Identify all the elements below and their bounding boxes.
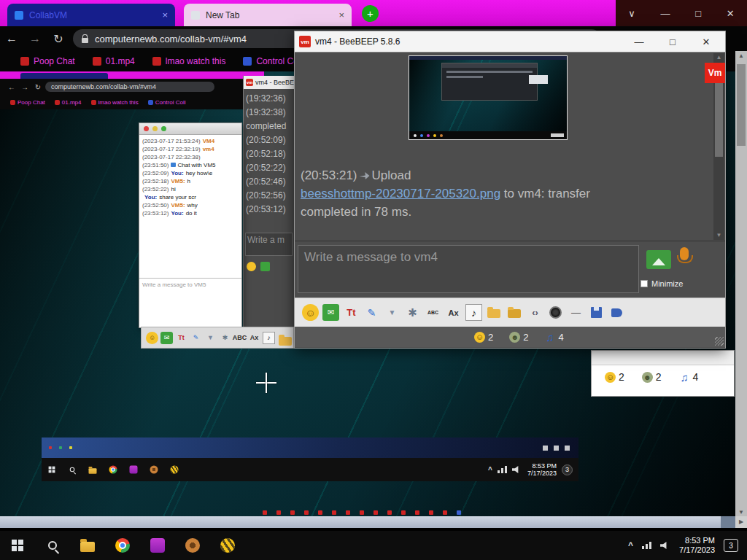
volume-icon[interactable]: [660, 541, 670, 550]
forward-icon[interactable]: →: [23, 32, 47, 45]
close-icon[interactable]: [144, 126, 149, 131]
message-input[interactable]: Write a message to VM5: [139, 278, 241, 306]
spellcheck-icon[interactable]: ABC: [425, 304, 441, 321]
folder-send-icon[interactable]: [506, 304, 523, 321]
tab-new-tab[interactable]: New Tab ×: [184, 4, 352, 26]
window-title-bar[interactable]: vm vm4 - BeeBEEP 5.8.6 — □ ✕: [295, 31, 725, 52]
scroll-down-icon[interactable]: ▼: [713, 231, 724, 240]
file-explorer-button[interactable]: [70, 531, 105, 560]
beebeep-window[interactable]: vm vm4 - BeeBEEP 5.8.6 — □ ✕: [294, 31, 726, 349]
minimize-button[interactable]: —: [624, 36, 654, 47]
minimize-checkbox[interactable]: [640, 280, 648, 287]
tab-collabvm[interactable]: CollabVM ×: [7, 4, 175, 26]
file-explorer-button[interactable]: [82, 458, 103, 481]
online-users-count[interactable]: 2: [474, 332, 493, 343]
app-button[interactable]: [140, 531, 175, 560]
beebeep-counters-window[interactable]: 2 2 4: [591, 350, 735, 397]
resize-grip[interactable]: [715, 337, 724, 346]
sound-icon[interactable]: ♪: [263, 332, 275, 344]
scrollbar-thumb[interactable]: [737, 64, 746, 146]
window-title-bar[interactable]: vm vm4 - BeeBEE: [244, 76, 294, 89]
tray-expand-icon[interactable]: ^: [488, 466, 492, 474]
beebeep-button[interactable]: [210, 531, 245, 560]
folder-add-icon[interactable]: [277, 332, 290, 344]
bookmark[interactable]: Poop Chat: [20, 56, 75, 66]
plugin-icon[interactable]: [608, 304, 625, 321]
start-button[interactable]: [0, 531, 35, 560]
network-icon[interactable]: [642, 542, 651, 549]
vm5-chat-window[interactable]: (2023-07-17 21:53:24)VM4 (2023-07-17 22:…: [139, 122, 242, 328]
sound-icon[interactable]: ♪: [465, 304, 482, 321]
close-button[interactable]: ✕: [727, 8, 735, 19]
start-button[interactable]: [42, 458, 62, 481]
maximize-icon[interactable]: [161, 126, 166, 131]
file-link[interactable]: beesshottmp-20230717-205320.png: [301, 187, 500, 201]
close-button[interactable]: ✕: [692, 36, 721, 47]
cookie-app-button[interactable]: [175, 531, 210, 560]
beebeep-window-background[interactable]: vm vm4 - BeeBEE (19:32:36)(19:32:38)comp…: [243, 76, 294, 349]
font-color-icon[interactable]: ✎: [363, 304, 380, 321]
bookmark[interactable]: lmao watch this: [152, 56, 226, 66]
send-file-icon[interactable]: [260, 262, 270, 271]
window-title-bar[interactable]: [139, 123, 241, 135]
tab-close-icon[interactable]: ×: [338, 9, 344, 20]
tray-expand-icon[interactable]: ^: [628, 540, 633, 551]
emoticon-icon[interactable]: ☺: [146, 332, 158, 344]
voice-message-button[interactable]: [680, 247, 689, 260]
save-chat-icon[interactable]: [588, 304, 605, 321]
page-vertical-scrollbar[interactable]: ▲ ▼: [735, 51, 747, 518]
send-file-icon[interactable]: ✉: [160, 332, 173, 344]
code-icon[interactable]: ‹›: [527, 304, 543, 321]
maximize-button[interactable]: □: [695, 8, 701, 19]
browser-menu-icon[interactable]: ∨: [628, 8, 635, 19]
notification-badge[interactable]: 3: [724, 539, 738, 552]
bookmark[interactable]: 01.mp4: [93, 56, 135, 66]
page-horizontal-scrollbar[interactable]: ▶: [0, 516, 747, 528]
spellcheck-icon[interactable]: ABC: [233, 332, 246, 344]
app-button[interactable]: [123, 458, 144, 481]
scrollbar-thumb[interactable]: [0, 516, 721, 528]
notification-badge[interactable]: 3: [562, 464, 573, 475]
message-input[interactable]: Write a m: [245, 233, 293, 256]
font-icon[interactable]: Tt: [175, 332, 187, 344]
connected-users-count[interactable]: 2: [509, 332, 528, 343]
volume-icon[interactable]: [512, 465, 522, 474]
filter-icon[interactable]: ▼: [384, 304, 400, 321]
chrome-button[interactable]: [103, 458, 123, 481]
scroll-up-icon[interactable]: ▲: [713, 53, 724, 62]
unread-chats-count[interactable]: 4: [544, 332, 563, 343]
minimize-button[interactable]: —: [661, 8, 670, 19]
settings-icon[interactable]: ✱: [404, 304, 421, 321]
tab-close-icon[interactable]: ×: [162, 9, 168, 20]
screenshot-icon[interactable]: [547, 304, 564, 321]
font-icon[interactable]: Tt: [343, 304, 360, 321]
clear-format-icon[interactable]: Ax: [248, 332, 260, 344]
clear-format-icon[interactable]: Ax: [445, 304, 462, 321]
network-icon[interactable]: [498, 466, 507, 473]
clock[interactable]: 8:53 PM 7/17/2023: [527, 462, 557, 477]
send-file-icon[interactable]: ✉: [322, 304, 339, 321]
chrome-button[interactable]: [105, 531, 140, 560]
font-color-icon[interactable]: ✎: [190, 332, 202, 344]
back-icon[interactable]: ←: [0, 32, 23, 45]
emoticon-icon[interactable]: [247, 262, 256, 271]
minimize-icon[interactable]: [152, 126, 158, 131]
reload-icon[interactable]: ↻: [47, 32, 70, 46]
settings-icon[interactable]: ✱: [219, 332, 231, 344]
message-input[interactable]: Write a message to vm4: [298, 245, 639, 293]
cookie-app-button[interactable]: [144, 458, 164, 481]
clock[interactable]: 8:53 PM 7/17/2023: [679, 536, 715, 555]
emoticon-icon[interactable]: ☺: [302, 304, 319, 321]
uploaded-screenshot-thumbnail[interactable]: [409, 55, 568, 140]
new-tab-button[interactable]: +: [362, 5, 379, 22]
horizontal-rule-icon[interactable]: —: [568, 304, 584, 321]
filter-icon[interactable]: ▼: [204, 332, 217, 344]
search-button[interactable]: [62, 458, 82, 481]
send-picture-button[interactable]: [646, 250, 671, 269]
search-button[interactable]: [35, 531, 70, 560]
scroll-up-icon[interactable]: ▲: [735, 51, 747, 61]
beebeep-button[interactable]: [164, 458, 185, 481]
folder-add-icon[interactable]: [486, 304, 503, 321]
scroll-right-icon[interactable]: ▶: [735, 516, 747, 528]
maximize-button[interactable]: □: [658, 36, 687, 47]
